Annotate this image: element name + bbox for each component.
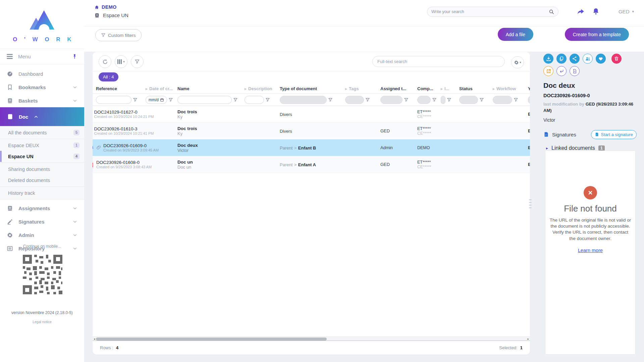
- document-title: Doc deux: [543, 81, 642, 89]
- sidebar-item-baskets[interactable]: Baskets: [0, 94, 84, 107]
- count-badge: 4: [73, 154, 79, 159]
- tab-all-documents[interactable]: All : 4: [99, 72, 118, 81]
- breadcrumb[interactable]: DEMO: [94, 4, 117, 10]
- document-page-button[interactable]: [570, 66, 580, 76]
- copy-button[interactable]: [556, 54, 567, 64]
- sub-item-label: Espace UN: [8, 154, 34, 159]
- row-type-parent: Parent: [280, 145, 292, 150]
- pin-icon[interactable]: [72, 54, 77, 59]
- signature-doc-icon: [543, 131, 549, 137]
- name-filter-input[interactable]: [177, 96, 232, 104]
- sidebar-item-espace-deux[interactable]: Espace DEUX 1: [0, 140, 84, 151]
- funnel-icon[interactable]: [133, 98, 138, 102]
- column-header-date[interactable]: ▸Date of cr...: [144, 84, 176, 94]
- download-button[interactable]: [543, 54, 553, 64]
- funnel-icon[interactable]: [432, 98, 437, 102]
- table-row[interactable]: DOC241029-01627-0 Created on 10/29/2024 …: [93, 106, 530, 123]
- share-button[interactable]: [570, 54, 580, 64]
- users-button[interactable]: [583, 54, 593, 64]
- reference-filter-input[interactable]: [96, 96, 131, 104]
- open-external-button[interactable]: [543, 66, 553, 76]
- column-header-edge[interactable]: Y: [527, 84, 530, 94]
- chevron-down-icon: [72, 233, 77, 238]
- filter-button[interactable]: [131, 55, 144, 68]
- funnel-icon[interactable]: [404, 98, 409, 102]
- add-file-button[interactable]: Add a file: [498, 28, 533, 41]
- funnel-icon[interactable]: [168, 98, 173, 102]
- app-logo[interactable]: O ' W O R K: [0, 0, 84, 49]
- table-row[interactable]: DOC230926-01610-3 Created on 10/29/2024 …: [93, 123, 530, 139]
- column-header-i[interactable]: ▸I...: [439, 84, 458, 94]
- user-menu[interactable]: GED ▾: [619, 9, 634, 14]
- refresh-button[interactable]: [99, 55, 111, 68]
- row-edge: E: [528, 162, 530, 167]
- row-type: Divers: [280, 129, 292, 134]
- share-arrow-icon[interactable]: [577, 7, 585, 16]
- sidebar-item-bookmarks[interactable]: Bookmarks: [0, 80, 84, 94]
- funnel-icon[interactable]: [265, 98, 270, 102]
- breadcrumb-page[interactable]: Espace UN: [94, 12, 128, 18]
- column-header-assigned[interactable]: Assigned t...: [379, 84, 416, 94]
- custom-filters-button[interactable]: Custom filters: [95, 29, 142, 41]
- funnel-icon[interactable]: [514, 98, 518, 102]
- chevron-down-icon: [72, 98, 77, 103]
- column-header-tags[interactable]: ▸Tags: [344, 84, 379, 94]
- sidebar-item-doc[interactable]: Doc: [0, 107, 84, 126]
- row-name-sub: Victor: [177, 148, 242, 153]
- row-company: ET*****: [417, 110, 438, 114]
- type-filter-input: [280, 96, 327, 104]
- list-settings-button[interactable]: ▾: [511, 56, 524, 68]
- delete-button[interactable]: [611, 54, 622, 64]
- sidebar-item-admin[interactable]: Admin: [0, 228, 84, 242]
- funnel-icon[interactable]: [328, 98, 333, 102]
- sidebar-item-deleted-documents[interactable]: Deleted documents: [0, 175, 84, 186]
- sidebar-item-all-documents[interactable]: All the documents 5: [0, 127, 84, 138]
- row-type-parent: Parent: [280, 162, 292, 167]
- sidebar-item-assignments[interactable]: Assignments: [0, 201, 84, 215]
- panel-resize-handle[interactable]: [529, 199, 532, 208]
- legal-notice-link[interactable]: Legal notice: [0, 320, 84, 324]
- sidebar-item-history-track[interactable]: History track: [0, 187, 84, 198]
- return-button[interactable]: [556, 66, 567, 76]
- global-search-input[interactable]: [431, 9, 549, 14]
- search-icon[interactable]: [549, 9, 554, 14]
- column-header-status[interactable]: Status: [458, 84, 491, 94]
- sidebar-menu-toggle[interactable]: Menu: [0, 49, 84, 64]
- rows-label: Rows :: [100, 345, 113, 350]
- columns-button[interactable]: ▾: [115, 55, 127, 68]
- sidebar-item-dashboard[interactable]: Dashboard: [0, 67, 84, 80]
- notification-bell-icon: [93, 145, 94, 150]
- column-header-company[interactable]: Comp...: [416, 84, 439, 94]
- description-filter-input[interactable]: [245, 96, 264, 104]
- funnel-icon[interactable]: [365, 98, 370, 102]
- sidebar-item-espace-un[interactable]: Espace UN 4: [0, 151, 84, 162]
- row-name-sub: Ky: [177, 131, 242, 136]
- favorite-heart-button[interactable]: [596, 54, 606, 64]
- funnel-icon[interactable]: [233, 98, 238, 102]
- date-filter-input[interactable]: mm/d: [146, 96, 167, 104]
- learn-more-link[interactable]: Learn more: [578, 248, 603, 253]
- notifications-bell-icon[interactable]: [592, 7, 600, 15]
- row-name: Doc trois: [177, 109, 242, 114]
- start-signature-button[interactable]: Start a signature: [591, 130, 637, 139]
- column-header-description[interactable]: ▸Description: [243, 84, 278, 94]
- sidebar-item-signatures[interactable]: Signatures: [0, 215, 84, 228]
- fulltext-search-input[interactable]: [377, 59, 500, 64]
- sidebar-item-sharing-documents[interactable]: Sharing documents: [0, 164, 84, 175]
- horizontal-scrollbar[interactable]: ◂ ▸: [93, 337, 530, 341]
- column-header-type[interactable]: Type of document: [278, 84, 344, 94]
- column-header-reference[interactable]: Reference: [93, 84, 144, 94]
- create-from-template-button[interactable]: Create from a template: [565, 28, 629, 41]
- linked-documents-count-badge: 1: [598, 145, 605, 151]
- linked-documents-toggle[interactable]: ▸ Linked documents 1: [546, 145, 637, 151]
- sort-arrow-icon: ▸: [146, 86, 148, 91]
- user-menu-label: GED: [619, 9, 630, 14]
- column-header-workflow[interactable]: ▸Workflow: [491, 84, 527, 94]
- row-company: DEMO: [417, 145, 438, 150]
- funnel-icon[interactable]: [447, 98, 451, 102]
- table-row-selected[interactable]: DOC230926-01609-0 Created on 9/26/2023 3…: [93, 139, 530, 156]
- table-row[interactable]: DOC230926-01608-0 Created on 9/26/2023 3…: [93, 156, 530, 173]
- column-header-name[interactable]: Name: [176, 84, 243, 94]
- funnel-icon[interactable]: [479, 98, 484, 102]
- scrollbar-thumb[interactable]: [96, 338, 327, 341]
